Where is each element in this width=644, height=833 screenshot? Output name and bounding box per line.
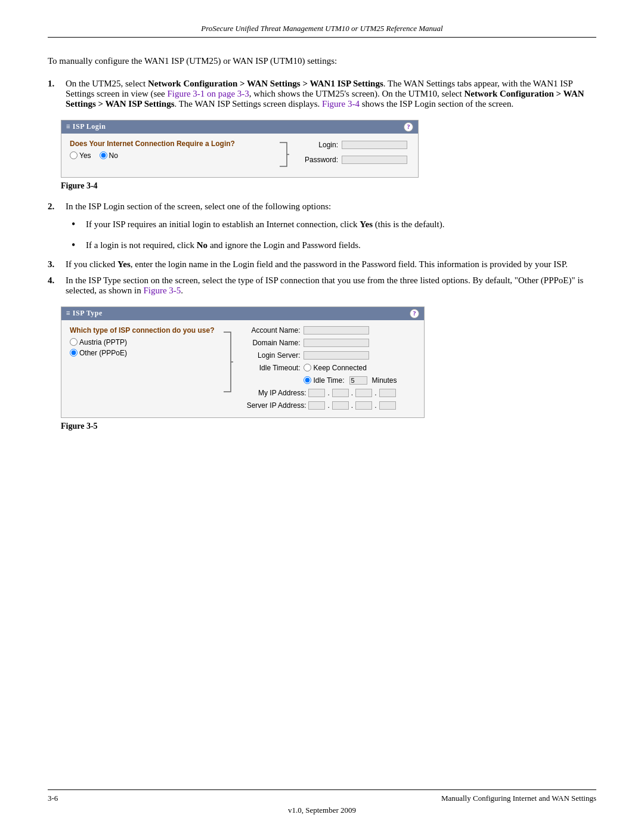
figure-5-help-icon[interactable]: ? (410, 309, 419, 318)
login-server-input[interactable] (304, 351, 369, 360)
figure-4-left: Does Your Internet Connection Require a … (70, 140, 264, 160)
my-ip-seg4[interactable] (379, 389, 396, 397)
step-3-num: 3. (48, 259, 61, 270)
figure-4-caption: Figure 3-4 (61, 181, 596, 191)
bullet-text-2: If a login is not required, click No and… (86, 239, 361, 253)
idle-time-row: Idle Time: 5 Minutes (240, 376, 416, 385)
figure-4-title: ≡ ISP Login (66, 122, 106, 131)
step-4: 4. In the ISP Type section on the screen… (48, 275, 596, 296)
my-ip-seg3[interactable] (355, 389, 372, 397)
page-header: ProSecure Unified Threat Management UTM1… (48, 24, 596, 38)
figure-5-caption: Figure 3-5 (61, 422, 596, 431)
figure-4-header: ≡ ISP Login ? (61, 120, 418, 134)
figure-4-right: Login: Password: (302, 140, 410, 167)
austria-label: Austria (PPTP) (79, 338, 127, 346)
bullet-dot-2: • (72, 237, 81, 253)
figure-3-5-link[interactable]: Figure 3-5 (143, 286, 181, 295)
idle-time-radio[interactable] (304, 376, 311, 384)
server-ip-label: Server IP Address: (240, 401, 306, 410)
account-name-input[interactable] (304, 326, 369, 335)
account-name-row: Account Name: (240, 326, 416, 335)
intro-paragraph: To manually configure the WAN1 ISP (UTM2… (48, 54, 596, 68)
my-ip-label: My IP Address: (240, 389, 306, 397)
idle-timeout-keep-row: Idle Timeout: Keep Connected (240, 364, 416, 372)
ip-dot-5: . (351, 401, 353, 410)
domain-name-row: Domain Name: (240, 339, 416, 347)
figure-4-help-icon[interactable]: ? (404, 122, 413, 132)
idle-time-radio-label[interactable]: Idle Time: (304, 376, 344, 385)
server-ip-seg3[interactable] (355, 401, 372, 410)
bullet-text-1: If your ISP requires an initial login to… (86, 218, 444, 233)
figure-5-body: Which type of ISP connection do you use?… (61, 320, 424, 417)
step-2-text: In the ISP Login section of the screen, … (66, 202, 596, 212)
step-4-text: In the ISP Type section on the screen, s… (66, 275, 596, 296)
login-field-row: Login: (302, 141, 410, 149)
my-ip-row: My IP Address: . . . (240, 389, 416, 397)
server-ip-seg1[interactable] (308, 401, 325, 410)
bullet-item-2: • If a login is not required, click No a… (72, 239, 596, 253)
yes-radio[interactable] (70, 151, 78, 159)
footer-version: v1.0, September 2009 (288, 806, 356, 815)
footer: 3-6 Manually Configuring Internet and WA… (0, 789, 644, 815)
bullet-list: • If your ISP requires an initial login … (72, 218, 596, 253)
figure-3-1-link[interactable]: Figure 3-1 on page 3-3 (167, 89, 249, 98)
figure-4-question: Does Your Internet Connection Require a … (70, 140, 264, 148)
ip-dot-4: . (327, 401, 329, 410)
footer-left: 3-6 (48, 794, 58, 803)
figure-5-bracket (221, 326, 233, 400)
figure-5-title: ≡ ISP Type (66, 309, 103, 318)
password-input[interactable] (342, 156, 407, 164)
keep-connected-radio[interactable] (304, 364, 311, 371)
step-1: 1. On the UTM25, select Network Configur… (48, 79, 596, 109)
server-ip-seg4[interactable] (379, 401, 396, 410)
step-1-text: On the UTM25, select Network Configurati… (66, 79, 596, 109)
step-3: 3. If you clicked Yes, enter the login n… (48, 259, 596, 270)
login-label: Login: (302, 141, 338, 149)
step-3-text: If you clicked Yes, enter the login name… (66, 259, 596, 270)
figure-4-body: Does Your Internet Connection Require a … (61, 134, 418, 177)
footer-center: v1.0, September 2009 (48, 806, 596, 815)
keep-connected-text: Keep Connected (313, 364, 366, 372)
domain-name-label: Domain Name: (240, 339, 300, 347)
step-1-num: 1. (48, 79, 61, 109)
login-input[interactable] (342, 141, 407, 149)
figure-4-radio-row: Yes No (70, 151, 264, 160)
figure-5-box: ≡ ISP Type ? Which type of ISP connectio… (61, 306, 425, 418)
pppoe-radio-label[interactable]: Other (PPPoE) (70, 349, 127, 357)
no-radio-label[interactable]: No (100, 151, 118, 160)
my-ip-seg2[interactable] (332, 389, 349, 397)
step-2: 2. In the ISP Login section of the scree… (48, 202, 596, 212)
figure-5-right: Account Name: Domain Name: Login Server:… (240, 326, 416, 411)
login-server-label: Login Server: (240, 351, 300, 360)
austria-radio[interactable] (70, 338, 78, 346)
server-ip-seg2[interactable] (332, 401, 349, 410)
footer-right: Manually Configuring Internet and WAN Se… (441, 794, 596, 803)
no-radio[interactable] (100, 151, 107, 159)
austria-radio-label[interactable]: Austria (PPTP) (70, 338, 127, 346)
idle-time-input[interactable]: 5 (349, 376, 367, 385)
footer-line: 3-6 Manually Configuring Internet and WA… (48, 789, 596, 803)
figure-3-4-link[interactable]: Figure 3-4 (322, 99, 360, 109)
step-4-num: 4. (48, 275, 61, 296)
login-server-row: Login Server: (240, 351, 416, 360)
ip-dot-1: . (327, 389, 329, 397)
figure-5-radio1-row: Austria (PPTP) (70, 338, 214, 346)
pppoe-radio[interactable] (70, 349, 78, 357)
server-ip-row: Server IP Address: . . . (240, 401, 416, 410)
figure-5-left: Which type of ISP connection do you use?… (70, 326, 214, 357)
minutes-label: Minutes (372, 376, 397, 385)
yes-radio-label[interactable]: Yes (70, 151, 91, 160)
my-ip-seg1[interactable] (308, 389, 325, 397)
no-label: No (109, 151, 118, 160)
pppoe-label: Other (PPPoE) (79, 349, 127, 357)
account-name-label: Account Name: (240, 326, 300, 335)
bullet-item-1: • If your ISP requires an initial login … (72, 218, 596, 233)
bracket-arrow (277, 140, 289, 171)
keep-connected-label[interactable]: Keep Connected (304, 364, 366, 372)
bullet-dot-1: • (72, 216, 81, 233)
idle-time-label: Idle Time: (313, 376, 344, 385)
yes-label: Yes (79, 151, 91, 160)
figure-4-box: ≡ ISP Login ? Does Your Internet Connect… (61, 120, 419, 178)
domain-name-input[interactable] (304, 339, 369, 347)
step-2-num: 2. (48, 202, 61, 212)
